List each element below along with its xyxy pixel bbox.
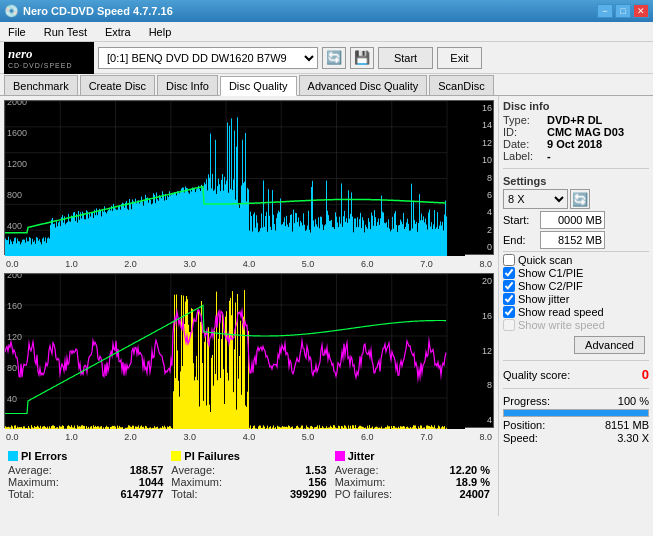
tab-create-disc[interactable]: Create Disc bbox=[80, 75, 155, 95]
close-button[interactable]: ✕ bbox=[633, 4, 649, 18]
show-c1pie-checkbox[interactable] bbox=[503, 267, 515, 279]
jitter-avg-label: Average: bbox=[335, 464, 379, 476]
show-jitter-label: Show jitter bbox=[518, 293, 569, 305]
app-title: Nero CD-DVD Speed 4.7.7.16 bbox=[23, 5, 173, 17]
pi-failures-color bbox=[171, 451, 181, 461]
tab-bar: Benchmark Create Disc Disc Info Disc Qua… bbox=[0, 74, 653, 96]
pi-errors-max-val: 1044 bbox=[139, 476, 163, 488]
start-button[interactable]: Start bbox=[378, 47, 433, 69]
bottom-x-axis: 0.01.02.03.04.05.06.07.08.0 bbox=[4, 430, 494, 444]
quality-score-label: Quality score: bbox=[503, 369, 570, 381]
progress-section: Progress: 100 % Position: 8151 MB Speed:… bbox=[503, 395, 649, 445]
start-input[interactable] bbox=[540, 211, 605, 229]
menu-extra[interactable]: Extra bbox=[101, 24, 135, 40]
date-val: 9 Oct 2018 bbox=[547, 138, 602, 150]
pi-errors-total-label: Total: bbox=[8, 488, 34, 500]
position-label: Position: bbox=[503, 419, 545, 431]
jitter-po-val: 24007 bbox=[459, 488, 490, 500]
pi-failures-max-val: 156 bbox=[308, 476, 326, 488]
tab-disc-info[interactable]: Disc Info bbox=[157, 75, 218, 95]
top-x-axis: 0.01.02.03.04.05.06.07.08.0 bbox=[4, 257, 494, 271]
menu-bar: File Run Test Extra Help bbox=[0, 22, 653, 42]
pi-errors-total-val: 6147977 bbox=[121, 488, 164, 500]
disc-info-section: Disc info Type: DVD+R DL ID: CMC MAG D03… bbox=[503, 100, 649, 162]
speed-label: Speed: bbox=[503, 432, 538, 444]
exit-button[interactable]: Exit bbox=[437, 47, 482, 69]
advanced-button[interactable]: Advanced bbox=[574, 336, 645, 354]
settings-title: Settings bbox=[503, 175, 649, 187]
stats-footer: PI Errors Average: 188.57 Maximum: 1044 … bbox=[4, 446, 494, 504]
show-jitter-checkbox[interactable] bbox=[503, 293, 515, 305]
pi-errors-box: PI Errors Average: 188.57 Maximum: 1044 … bbox=[4, 448, 167, 502]
tab-benchmark[interactable]: Benchmark bbox=[4, 75, 78, 95]
jitter-max-label: Maximum: bbox=[335, 476, 386, 488]
nero-logo: nero CD·DVD/SPEED bbox=[4, 42, 94, 74]
app-icon: 💿 bbox=[4, 4, 19, 18]
type-label: Type: bbox=[503, 114, 543, 126]
jitter-color bbox=[335, 451, 345, 461]
bottom-y-axis-right: 20161284 bbox=[475, 274, 493, 427]
start-label: Start: bbox=[503, 214, 538, 226]
settings-refresh-button[interactable]: 🔄 bbox=[570, 189, 590, 209]
pi-failures-total-val: 399290 bbox=[290, 488, 327, 500]
refresh-button[interactable]: 🔄 bbox=[322, 47, 346, 69]
quick-scan-label: Quick scan bbox=[518, 254, 572, 266]
pi-failures-label: PI Failures bbox=[184, 450, 240, 462]
pi-errors-label: PI Errors bbox=[21, 450, 67, 462]
speed-val: 3.30 X bbox=[617, 432, 649, 444]
title-bar: 💿 Nero CD-DVD Speed 4.7.7.16 − □ ✕ bbox=[0, 0, 653, 22]
show-write-speed-label: Show write speed bbox=[518, 319, 605, 331]
jitter-box: Jitter Average: 12.20 % Maximum: 18.9 % … bbox=[331, 448, 494, 502]
pi-failures-max-label: Maximum: bbox=[171, 476, 222, 488]
tab-scandisc[interactable]: ScanDisc bbox=[429, 75, 493, 95]
top-chart: 1614121086420 bbox=[4, 100, 494, 255]
pi-errors-avg-label: Average: bbox=[8, 464, 52, 476]
chart-area: 1614121086420 0.01.02.03.04.05.06.07.08.… bbox=[0, 96, 498, 516]
settings-section: Settings 8 X 4 X 12 X 16 X Max 🔄 Start: … bbox=[503, 175, 649, 332]
pi-errors-avg-val: 188.57 bbox=[130, 464, 164, 476]
jitter-avg-val: 12.20 % bbox=[450, 464, 490, 476]
progress-val: 100 % bbox=[618, 395, 649, 407]
pi-failures-total-label: Total: bbox=[171, 488, 197, 500]
pi-errors-max-label: Maximum: bbox=[8, 476, 59, 488]
progress-bar-fill bbox=[504, 410, 648, 416]
label-val: - bbox=[547, 150, 551, 162]
show-c2pif-label: Show C2/PIF bbox=[518, 280, 583, 292]
position-val: 8151 MB bbox=[605, 419, 649, 431]
quality-score-val: 0 bbox=[642, 367, 649, 382]
quick-scan-checkbox[interactable] bbox=[503, 254, 515, 266]
maximize-button[interactable]: □ bbox=[615, 4, 631, 18]
show-read-speed-label: Show read speed bbox=[518, 306, 604, 318]
pi-failures-box: PI Failures Average: 1.53 Maximum: 156 T… bbox=[167, 448, 330, 502]
date-label: Date: bbox=[503, 138, 543, 150]
menu-help[interactable]: Help bbox=[145, 24, 176, 40]
pi-failures-avg-label: Average: bbox=[171, 464, 215, 476]
title-bar-buttons: − □ ✕ bbox=[597, 4, 649, 18]
title-bar-left: 💿 Nero CD-DVD Speed 4.7.7.16 bbox=[4, 4, 173, 18]
toolbar: nero CD·DVD/SPEED [0:1] BENQ DVD DD DW16… bbox=[0, 42, 653, 74]
drive-select[interactable]: [0:1] BENQ DVD DD DW1620 B7W9 bbox=[98, 47, 318, 69]
disc-info-title: Disc info bbox=[503, 100, 649, 112]
show-c2pif-checkbox[interactable] bbox=[503, 280, 515, 292]
label-label: Label: bbox=[503, 150, 543, 162]
jitter-po-label: PO failures: bbox=[335, 488, 392, 500]
tab-disc-quality[interactable]: Disc Quality bbox=[220, 76, 297, 96]
end-input[interactable] bbox=[540, 231, 605, 249]
main-content: 1614121086420 0.01.02.03.04.05.06.07.08.… bbox=[0, 96, 653, 516]
type-val: DVD+R DL bbox=[547, 114, 602, 126]
speed-select[interactable]: 8 X 4 X 12 X 16 X Max bbox=[503, 189, 568, 209]
tab-advanced-disc-quality[interactable]: Advanced Disc Quality bbox=[299, 75, 428, 95]
progress-bar bbox=[503, 409, 649, 417]
bottom-chart: 20161284 bbox=[4, 273, 494, 428]
id-val: CMC MAG D03 bbox=[547, 126, 624, 138]
bottom-chart-wrapper: 20161284 bbox=[4, 273, 494, 428]
minimize-button[interactable]: − bbox=[597, 4, 613, 18]
show-read-speed-checkbox[interactable] bbox=[503, 306, 515, 318]
menu-file[interactable]: File bbox=[4, 24, 30, 40]
end-label: End: bbox=[503, 234, 538, 246]
menu-run-test[interactable]: Run Test bbox=[40, 24, 91, 40]
pi-errors-color bbox=[8, 451, 18, 461]
pi-failures-avg-val: 1.53 bbox=[305, 464, 326, 476]
jitter-label: Jitter bbox=[348, 450, 375, 462]
save-button[interactable]: 💾 bbox=[350, 47, 374, 69]
